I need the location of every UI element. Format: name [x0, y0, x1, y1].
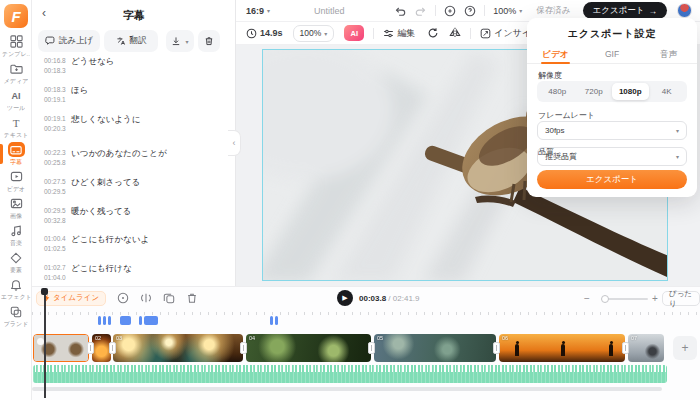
subtitle-row[interactable]: 00:19.100:20.3悲しくないように [32, 113, 228, 142]
clip-6[interactable]: 06 [499, 334, 625, 362]
canvas-zoom-selector[interactable]: 100% ▾ [493, 6, 522, 16]
ai-enhance-button[interactable]: AI [344, 25, 364, 41]
transition-handle[interactable] [109, 342, 116, 354]
person-silhouette [561, 344, 565, 356]
subtitle-segment[interactable] [98, 316, 101, 325]
help-icon[interactable] [464, 5, 476, 17]
download-icon [171, 36, 181, 46]
flip-icon[interactable] [449, 27, 461, 39]
clip-7[interactable]: 07 [628, 334, 664, 362]
framerate-select[interactable]: 30fps ▾ [537, 121, 687, 140]
clip-5[interactable]: 05 [374, 334, 496, 362]
trash-icon[interactable] [186, 292, 198, 304]
tab-video[interactable]: ビデオ [527, 46, 584, 63]
resize-icon[interactable] [444, 5, 456, 17]
subtitle-row[interactable]: 01:00.401:02.5どこにも行かないよ [32, 233, 228, 262]
edit-button[interactable]: 編集 [383, 27, 415, 40]
sidebar-item-text[interactable]: T テキスト [0, 115, 32, 141]
undo-icon[interactable] [394, 5, 406, 17]
sidebar-item-templates[interactable]: テンプレ.. [0, 34, 32, 60]
clip-4[interactable]: 04 [246, 334, 371, 362]
transition-handle[interactable] [87, 342, 94, 354]
transition-handle[interactable] [368, 342, 375, 354]
project-title[interactable]: Untitled [314, 6, 345, 16]
clock-icon [246, 28, 257, 39]
playhead[interactable] [44, 288, 46, 398]
speech-icon [45, 36, 55, 46]
sidebar-item-label: エフェクト [1, 293, 31, 302]
transition-handle[interactable] [622, 342, 629, 354]
clip-duration[interactable]: 14.9s [246, 28, 283, 39]
subtitle-row[interactable]: 00:27.500:29.5ひどく刺さってる [32, 176, 228, 205]
timeline-zoom-slider[interactable] [602, 298, 648, 300]
translate-button[interactable]: 翻訳 [104, 30, 158, 52]
delete-subtitles-button[interactable] [198, 30, 220, 52]
sidebar-item-effects[interactable]: エフェクト [0, 277, 32, 303]
read-aloud-button[interactable]: 読み上げ [38, 30, 100, 52]
sidebar-item-elements[interactable]: 要素 [0, 250, 32, 276]
tab-gif[interactable]: GIF [584, 46, 641, 63]
subtitle-text: ほら [71, 85, 88, 97]
fit-button[interactable]: ぴったり [662, 291, 700, 306]
subtitle-segment[interactable] [103, 316, 106, 325]
sidebar-item-ai-tools[interactable]: AI ツール [0, 88, 32, 114]
sidebar-item-music[interactable]: 音楽 [0, 223, 32, 249]
timeline-panel: タイムライン ▶ 00:03.8 / 02:41.9 − + ぴったり 02 0… [32, 286, 700, 400]
rotate-icon[interactable] [427, 27, 439, 39]
flexclip-logo[interactable]: F [4, 4, 28, 28]
subtitle-row[interactable]: 00:18.300:19.1ほら [32, 84, 228, 113]
ratio-selector[interactable]: 16:9 ▾ [246, 6, 270, 16]
play-button[interactable]: ▶ [337, 290, 353, 306]
clip-1-selected[interactable] [33, 334, 89, 362]
redo-icon[interactable] [415, 5, 427, 17]
panel-collapse-handle[interactable]: ‹ [228, 130, 241, 156]
add-clip-button[interactable]: + [673, 336, 697, 360]
popup-export-button[interactable]: エクスポート [537, 170, 687, 189]
zoom-out-icon[interactable]: − [584, 293, 590, 304]
download-button[interactable]: ▾ [166, 30, 194, 52]
resolution-480p[interactable]: 480p [539, 83, 576, 100]
export-button[interactable]: エクスポート → [583, 2, 668, 19]
subtitle-row[interactable]: 00:16.800:18.3どうせなら [32, 55, 228, 84]
resolution-1080p[interactable]: 1080p [612, 83, 649, 100]
add-marker-icon[interactable] [117, 292, 129, 304]
transition-handle[interactable] [240, 342, 247, 354]
duplicate-icon[interactable] [163, 292, 175, 304]
subtitle-segment[interactable] [270, 316, 273, 325]
clip-zoom-selector[interactable]: 100% ▾ [293, 25, 335, 42]
audio-waveform-track[interactable] [33, 365, 667, 383]
timeline-ruler[interactable] [32, 311, 700, 316]
slider-knob[interactable] [601, 295, 609, 303]
user-avatar[interactable] [677, 3, 692, 18]
sidebar-item-media[interactable]: メディア [0, 61, 32, 87]
subtitle-segment[interactable] [108, 316, 111, 325]
brand-icon [9, 304, 24, 319]
subtitle-row[interactable]: 00:22.300:25.8いつかのあなたのことが [32, 147, 228, 176]
split-icon[interactable] [140, 292, 152, 304]
tab-audio[interactable]: 音声 [640, 46, 697, 63]
transition-handle[interactable] [493, 342, 500, 354]
quality-select[interactable]: 推奨品質 ▾ [537, 147, 687, 166]
timeline-scrollbar[interactable] [32, 387, 662, 391]
sidebar-item-video[interactable]: ビデオ [0, 169, 32, 195]
subtitle-row[interactable]: 00:29.500:32.8暖かく残ってる [32, 205, 228, 234]
zoom-in-icon[interactable]: + [652, 293, 658, 304]
subtitle-segment[interactable] [144, 316, 158, 325]
subtitle-text: いつかのあなたのことが [71, 148, 167, 160]
subtitle-segment[interactable] [275, 316, 278, 325]
clip-3[interactable]: 03 [113, 334, 243, 362]
subtitle-row[interactable]: 01:02.701:04.0どこにも行けな [32, 262, 228, 291]
resolution-720p[interactable]: 720p [576, 83, 613, 100]
timeline-toggle-label: タイムライン [53, 293, 99, 303]
sidebar-item-subtitles[interactable]: 字幕 [0, 142, 32, 168]
subtitle-segment[interactable] [139, 316, 142, 325]
sidebar-item-brand[interactable]: ブランド [0, 304, 32, 330]
sidebar-item-image[interactable]: 画像 [0, 196, 32, 222]
arrow-right-icon: → [649, 6, 658, 16]
subtitle-segment[interactable] [120, 316, 131, 325]
music-icon [9, 223, 24, 238]
trash-icon [204, 36, 214, 46]
resolution-4k[interactable]: 4K [649, 83, 686, 100]
clip-number: 07 [631, 335, 637, 341]
sidebar-item-label: 画像 [10, 212, 22, 221]
